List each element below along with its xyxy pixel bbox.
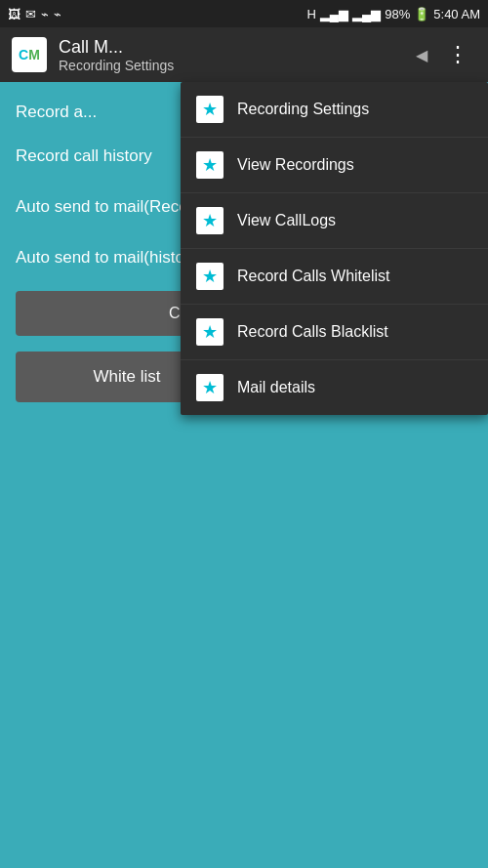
menu-item-view-calllogs[interactable]: ★ View CallLogs: [181, 193, 488, 249]
status-icons-left: 🖼 ✉ ⌁ ⌁: [8, 7, 61, 21]
battery-percentage: 98%: [385, 7, 410, 21]
menu-label-view-calllogs: View CallLogs: [237, 212, 336, 229]
logo-m: M: [28, 47, 40, 62]
star-icon-1: ★: [196, 151, 224, 179]
network-type: H: [306, 7, 315, 21]
app-title-area: Call M... Recording Settings: [59, 37, 404, 73]
app-logo: C M: [12, 37, 47, 72]
menu-label-recording-settings: Recording Settings: [237, 101, 369, 118]
star-icon-2: ★: [196, 207, 224, 234]
signal-bars2: ▂▄▆: [352, 7, 381, 21]
photo-icon: 🖼: [8, 7, 20, 21]
usb-icon: ⌁: [41, 7, 49, 21]
usb2-icon: ⌁: [54, 7, 61, 21]
app-bar-subtitle: Recording Settings: [59, 58, 404, 73]
menu-label-view-recordings: View Recordings: [237, 156, 354, 174]
menu-label-blacklist: Record Calls Blacklist: [237, 323, 388, 341]
menu-item-blacklist[interactable]: ★ Record Calls Blacklist: [181, 305, 488, 360]
menu-item-mail-details[interactable]: ★ Mail details: [181, 360, 488, 415]
logo-c: C: [19, 47, 28, 62]
star-icon-3: ★: [196, 263, 224, 290]
app-title: Call M...: [59, 37, 404, 58]
menu-label-whitelist: Record Calls Whitelist: [237, 268, 389, 285]
time: 5:40 AM: [433, 7, 480, 21]
mail-status-icon: ✉: [25, 7, 36, 21]
app-bar: C M Call M... Recording Settings ◀ ⋮: [0, 27, 488, 82]
star-icon-0: ★: [196, 96, 224, 123]
status-right: H ▂▄▆ ▂▄▆ 98% 🔋 5:40 AM: [306, 7, 480, 21]
star-icon-5: ★: [196, 374, 224, 401]
menu-item-recording-settings[interactable]: ★ Recording Settings: [181, 82, 488, 138]
more-options-icon[interactable]: ⋮: [439, 38, 476, 71]
star-icon-4: ★: [196, 318, 224, 346]
battery-icon: 🔋: [414, 7, 429, 21]
dropdown-arrow-icon: ◀: [416, 46, 427, 64]
status-bar: 🖼 ✉ ⌁ ⌁ H ▂▄▆ ▂▄▆ 98% 🔋 5:40 AM: [0, 0, 488, 27]
signal-bars: ▂▄▆: [320, 7, 348, 21]
menu-item-view-recordings[interactable]: ★ View Recordings: [181, 138, 488, 193]
menu-label-mail-details: Mail details: [237, 379, 315, 396]
dropdown-menu: ★ Recording Settings ★ View Recordings ★…: [181, 82, 488, 415]
menu-item-whitelist[interactable]: ★ Record Calls Whitelist: [181, 249, 488, 305]
